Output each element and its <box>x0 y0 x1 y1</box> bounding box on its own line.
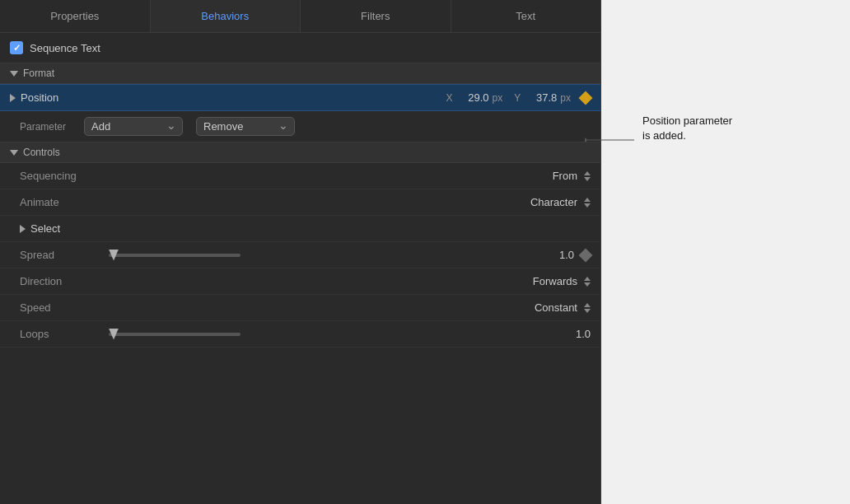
position-row: Position X 29.0 px Y 37.8 px <box>0 84 600 111</box>
position-label: Position <box>21 91 58 104</box>
animate-stepper-down[interactable] <box>584 203 591 208</box>
select-label: Select <box>30 222 60 235</box>
spread-slider-track[interactable] <box>109 254 241 257</box>
animate-value: Character <box>530 196 577 208</box>
direction-stepper-up[interactable] <box>584 277 591 281</box>
format-label: Format <box>23 68 54 79</box>
inspector-panel: Properties Behaviors Filters Text Sequen… <box>0 0 601 504</box>
x-unit: px <box>493 92 503 104</box>
position-expand-icon[interactable] <box>10 94 16 102</box>
remove-dropdown-wrapper: Remove <box>196 117 295 136</box>
speed-stepper-up[interactable] <box>584 303 591 307</box>
add-dropdown[interactable]: Add <box>84 117 183 136</box>
tab-filters[interactable]: Filters <box>301 0 451 32</box>
position-keyframe-diamond[interactable] <box>579 91 593 105</box>
tab-behaviors[interactable]: Behaviors <box>151 0 301 32</box>
format-section-header[interactable]: Format <box>0 63 600 84</box>
panel-content: Sequence Text Format Position X 29.0 px … <box>0 33 600 504</box>
sequencing-row: Sequencing From <box>0 163 600 189</box>
format-collapse-icon <box>10 71 18 77</box>
direction-stepper-down[interactable] <box>584 282 591 287</box>
spread-keyframe-diamond[interactable] <box>579 248 593 262</box>
animate-stepper[interactable] <box>584 198 591 208</box>
sequencing-label: Sequencing <box>20 170 102 182</box>
svg-point-1 <box>585 138 587 142</box>
sequence-text-checkbox[interactable] <box>10 41 23 54</box>
spread-label: Spread <box>20 249 102 261</box>
x-value[interactable]: 29.0 <box>456 91 489 104</box>
direction-label: Direction <box>20 275 102 287</box>
parameter-row: Parameter Add Remove <box>0 111 600 142</box>
speed-row: Speed Constant <box>0 295 600 321</box>
spread-slider-thumb[interactable] <box>109 250 119 261</box>
loops-slider-track[interactable] <box>109 333 241 336</box>
sequence-text-row: Sequence Text <box>0 33 600 63</box>
direction-row: Direction Forwards <box>0 268 600 295</box>
tab-bar: Properties Behaviors Filters Text <box>0 0 600 33</box>
sequencing-value: From <box>553 170 577 182</box>
y-value[interactable]: 37.8 <box>524 91 557 104</box>
tab-properties[interactable]: Properties <box>0 0 151 32</box>
parameter-label: Parameter <box>20 121 77 133</box>
sequencing-stepper-up[interactable] <box>584 171 591 175</box>
annotation-area: Position parameter is added. <box>601 0 850 504</box>
select-section-header[interactable]: Select <box>0 216 600 242</box>
direction-stepper[interactable] <box>584 277 591 287</box>
annotation-text-block: Position parameter is added. <box>642 114 732 143</box>
sequence-text-label: Sequence Text <box>30 42 100 54</box>
spread-row: Spread 1.0 <box>0 242 600 268</box>
y-axis-label: Y <box>514 92 521 104</box>
controls-section-header[interactable]: Controls <box>0 142 600 163</box>
speed-stepper[interactable] <box>584 303 591 313</box>
sequencing-stepper[interactable] <box>584 171 591 181</box>
tab-text[interactable]: Text <box>451 0 601 32</box>
x-axis-label: X <box>446 92 453 104</box>
sequencing-stepper-down[interactable] <box>584 177 591 181</box>
annotation-line1: Position parameter <box>642 114 732 127</box>
loops-label: Loops <box>20 328 102 340</box>
speed-label: Speed <box>20 301 102 314</box>
annotation-line2: is added. <box>642 129 686 142</box>
controls-label: Controls <box>23 147 60 158</box>
remove-dropdown[interactable]: Remove <box>196 117 295 136</box>
animate-label: Animate <box>20 196 102 208</box>
speed-value: Constant <box>535 301 577 314</box>
y-unit: px <box>560 92 571 104</box>
speed-stepper-down[interactable] <box>584 309 591 313</box>
add-dropdown-wrapper: Add <box>84 117 183 136</box>
animate-row: Animate Character <box>0 189 600 216</box>
controls-collapse-icon <box>10 150 18 156</box>
select-expand-icon[interactable] <box>20 225 26 233</box>
loops-row: Loops 1.0 <box>0 321 600 348</box>
loops-slider-thumb[interactable] <box>109 329 119 340</box>
direction-value: Forwards <box>533 275 577 287</box>
loops-value: 1.0 <box>566 328 591 340</box>
animate-stepper-up[interactable] <box>584 198 591 202</box>
spread-value: 1.0 <box>549 249 574 261</box>
